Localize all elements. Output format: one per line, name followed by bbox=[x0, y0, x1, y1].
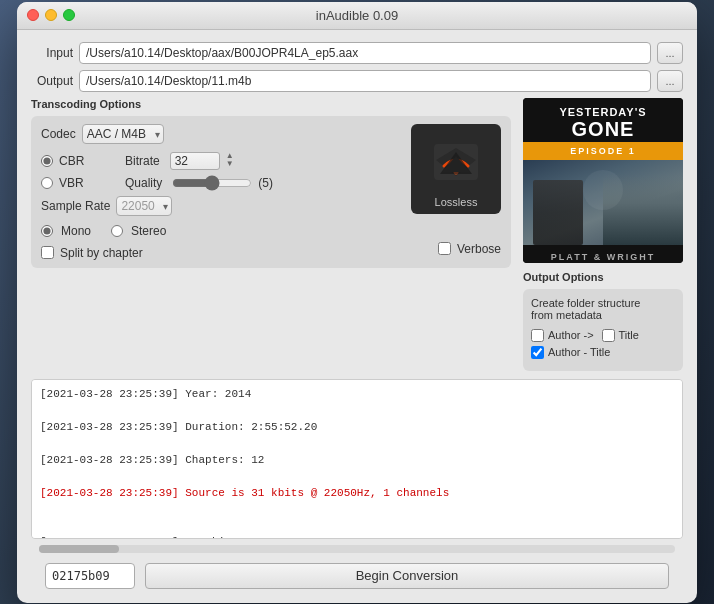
sample-rate-row: Sample Rate 22050 bbox=[41, 196, 401, 216]
verbose-checkbox[interactable] bbox=[438, 242, 451, 255]
codec-select[interactable]: AAC / M4B bbox=[82, 124, 164, 144]
author-title-checkbox[interactable] bbox=[531, 346, 544, 359]
verbose-row: Verbose bbox=[438, 242, 501, 256]
cover-title-area: YESTERDAY'S GONE bbox=[523, 98, 683, 142]
scrollbar-thumb[interactable] bbox=[39, 545, 119, 553]
codec-row: Codec AAC / M4B bbox=[41, 124, 401, 144]
sample-rate-label: Sample Rate bbox=[41, 199, 110, 213]
log-line: [2021-03-28 23:25:39] Year: 2014 bbox=[40, 386, 674, 403]
cbr-label: CBR bbox=[59, 154, 119, 168]
cover-title-line1: YESTERDAY'S bbox=[529, 106, 677, 118]
author-arrow-checkbox[interactable] bbox=[531, 329, 544, 342]
quality-label: Quality bbox=[125, 176, 162, 190]
stereo-label: Stereo bbox=[131, 224, 166, 238]
output-row: Output ... bbox=[31, 70, 683, 92]
vbr-radio[interactable] bbox=[41, 177, 53, 189]
cover-authors: PLATT & WRIGHT bbox=[551, 252, 655, 262]
input-browse-button[interactable]: ... bbox=[657, 42, 683, 64]
output-description: Create folder structurefrom metadata bbox=[531, 297, 675, 321]
cover-title-line2: GONE bbox=[529, 118, 677, 140]
bitrate-down-arrow[interactable]: ▼ bbox=[226, 160, 234, 168]
output-desc-text: Create folder structurefrom metadata bbox=[531, 297, 640, 321]
cover-episode-label: EPISODE 1 bbox=[570, 146, 636, 156]
lossless-label: Lossless bbox=[435, 196, 478, 208]
split-verbose-row: Split by chapter Verbose bbox=[41, 238, 501, 260]
close-button[interactable] bbox=[27, 9, 39, 21]
sample-rate-select-wrapper: 22050 bbox=[116, 196, 172, 216]
log-line: [2021-03-28 23:25:39] Duration: 2:55:52.… bbox=[40, 419, 674, 436]
vbr-row: VBR Quality (5) bbox=[41, 176, 401, 190]
cover-authors-area: PLATT & WRIGHT bbox=[523, 245, 683, 263]
log-area: [2021-03-28 23:25:39] Year: 2014[2021-03… bbox=[31, 379, 683, 539]
log-line: [2021-03-28 23:25:39] Chapters: 12 bbox=[40, 452, 674, 469]
sample-rate-select[interactable]: 22050 bbox=[116, 196, 172, 216]
author-title-label: Author - Title bbox=[548, 346, 610, 358]
bitrate-label: Bitrate bbox=[125, 154, 160, 168]
transcoding-section-label: Transcoding Options bbox=[31, 98, 511, 110]
cover-figure bbox=[533, 180, 583, 245]
quality-value: (5) bbox=[258, 176, 273, 190]
stereo-radio[interactable] bbox=[111, 225, 123, 237]
window-title: inAudible 0.09 bbox=[316, 8, 398, 23]
minimize-button[interactable] bbox=[45, 9, 57, 21]
codec-select-wrapper: AAC / M4B bbox=[82, 124, 164, 144]
bottom-bar: Begin Conversion bbox=[31, 553, 683, 589]
output-options-section: Output Options Create folder structurefr… bbox=[523, 271, 683, 371]
key-field[interactable] bbox=[45, 563, 135, 589]
quality-slider[interactable] bbox=[172, 176, 252, 190]
output-browse-button[interactable]: ... bbox=[657, 70, 683, 92]
input-row: Input ... bbox=[31, 42, 683, 64]
scrollbar-area[interactable] bbox=[39, 545, 675, 553]
input-label: Input bbox=[31, 46, 73, 60]
lossless-icon bbox=[426, 132, 486, 192]
cbr-radio[interactable] bbox=[41, 155, 53, 167]
author-title-row: Author - Title bbox=[531, 346, 675, 359]
mono-stereo-row: Mono Stereo bbox=[41, 224, 401, 238]
mono-label: Mono bbox=[61, 224, 91, 238]
right-panel: YESTERDAY'S GONE EPISODE 1 PLATT & WRIGH… bbox=[523, 98, 683, 371]
window-body: Input ... Output ... Transcoding Options bbox=[17, 30, 697, 603]
cover-art: YESTERDAY'S GONE EPISODE 1 PLATT & WRIGH… bbox=[523, 98, 683, 263]
transcoding-inner: Codec AAC / M4B CBR bbox=[41, 124, 501, 238]
verbose-label: Verbose bbox=[457, 242, 501, 256]
main-window: inAudible 0.09 Input ... Output ... Tran… bbox=[17, 2, 697, 603]
main-content: Transcoding Options Codec AAC / M4B bbox=[31, 98, 683, 371]
split-chapter-label: Split by chapter bbox=[60, 246, 143, 260]
title-checkbox-label: Title bbox=[619, 329, 639, 341]
output-options-label: Output Options bbox=[523, 271, 683, 283]
traffic-lights bbox=[27, 9, 75, 21]
log-line: [2021-03-28 23:25:39] Source is 31 kbits… bbox=[40, 485, 674, 502]
codec-label: Codec bbox=[41, 127, 76, 141]
titlebar: inAudible 0.09 bbox=[17, 2, 697, 30]
left-panel: Transcoding Options Codec AAC / M4B bbox=[31, 98, 511, 371]
transcoding-left: Codec AAC / M4B CBR bbox=[41, 124, 401, 238]
author-arrow-row: Author -> Title bbox=[531, 329, 675, 342]
title-checkbox[interactable] bbox=[602, 329, 615, 342]
transcoding-box: Codec AAC / M4B CBR bbox=[31, 116, 511, 268]
cbr-row: CBR Bitrate ▲ ▼ bbox=[41, 152, 401, 170]
begin-conversion-button[interactable]: Begin Conversion bbox=[145, 563, 669, 589]
split-chapter-row: Split by chapter bbox=[41, 246, 143, 260]
cover-episode-band: EPISODE 1 bbox=[523, 142, 683, 160]
cover-image bbox=[523, 160, 683, 245]
lossless-box: Lossless bbox=[411, 124, 501, 214]
split-chapter-checkbox[interactable] bbox=[41, 246, 54, 259]
log-line: [2021-03-28 23:27:26] Cracking... bbox=[40, 534, 674, 539]
maximize-button[interactable] bbox=[63, 9, 75, 21]
output-label: Output bbox=[31, 74, 73, 88]
mono-radio[interactable] bbox=[41, 225, 53, 237]
author-arrow-label: Author -> bbox=[548, 329, 594, 341]
bitrate-stepper[interactable]: ▲ ▼ bbox=[226, 152, 234, 170]
output-options-box: Create folder structurefrom metadata Aut… bbox=[523, 289, 683, 371]
output-field[interactable] bbox=[79, 70, 651, 92]
input-field[interactable] bbox=[79, 42, 651, 64]
bitrate-field[interactable] bbox=[170, 152, 220, 170]
vbr-label: VBR bbox=[59, 176, 119, 190]
